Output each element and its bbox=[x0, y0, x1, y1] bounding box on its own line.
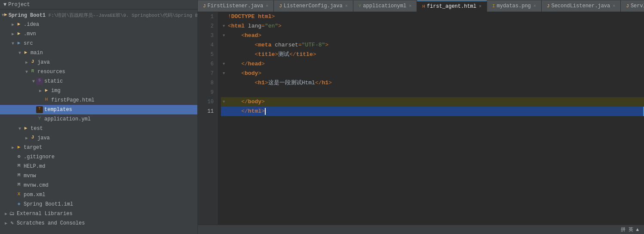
tree-item-static[interactable]: ▼Sstatic bbox=[0, 77, 197, 86]
line-number-8: 8 bbox=[198, 78, 214, 88]
folder-templates-icon: T bbox=[36, 106, 43, 113]
tree-label: test bbox=[31, 126, 43, 132]
tree-item-mvnw[interactable]: Mmvnw bbox=[0, 171, 197, 181]
tree-item-scratches[interactable]: ▶✎Scratches and Consoles bbox=[0, 219, 197, 228]
folder-icon: ▶ bbox=[15, 21, 22, 28]
tab-servletconfig[interactable]: JServletConfig.java× bbox=[621, 0, 644, 12]
tree-item-target[interactable]: ▶▶target bbox=[0, 143, 197, 152]
tree-label: main bbox=[31, 50, 43, 56]
tree-item-pomxml[interactable]: Xpom.xml bbox=[0, 190, 197, 200]
fold-arrow-2: ▼ bbox=[223, 22, 227, 31]
tree-item-external-libraries[interactable]: ▶🗂External Libraries bbox=[0, 209, 197, 219]
tree-item-mvn[interactable]: ▶▶.mvn bbox=[0, 29, 197, 39]
code-content-1: !DOCTYPE html> bbox=[228, 12, 275, 22]
folder-target-icon: ▶ bbox=[15, 144, 22, 151]
tree-item-firstPage[interactable]: HfirstPage.html bbox=[0, 95, 197, 105]
line-number-9: 9 bbox=[198, 88, 214, 97]
tab-close-icon[interactable]: × bbox=[266, 4, 268, 9]
status-text: 拼 英 ▲ bbox=[621, 226, 639, 233]
tab-close-icon[interactable]: × bbox=[479, 4, 481, 9]
tree-label: pom.xml bbox=[24, 192, 45, 198]
tree-item-idea[interactable]: ▶▶.idea bbox=[0, 20, 197, 29]
folder-img-icon: ▶ bbox=[43, 87, 50, 94]
code-content-2: <html lang="en"> bbox=[228, 22, 282, 31]
tree-item-springbootiml[interactable]: ◈Spring Boot1.iml bbox=[0, 200, 197, 209]
tree-item-img[interactable]: ▶▶img bbox=[0, 86, 197, 95]
tab-firstlistener[interactable]: JFirstListener.java× bbox=[198, 0, 274, 12]
tree-label: templates bbox=[44, 107, 72, 113]
code-line-1: !DOCTYPE html> bbox=[221, 12, 644, 22]
tree-label: firstPage.html bbox=[51, 97, 95, 103]
tab-close-icon[interactable]: × bbox=[534, 4, 536, 9]
tree-item-gitignore[interactable]: ⚙.gitignore bbox=[0, 152, 197, 162]
tab-applicationyml[interactable]: Yapplicationyml× bbox=[353, 0, 417, 12]
sidebar: ▼ Project ▼▶Spring Boot1 F:\培训\百战程序员--Ja… bbox=[0, 0, 198, 234]
tree-item-helpmd[interactable]: MHELP.md bbox=[0, 162, 197, 171]
iml-icon: ◈ bbox=[15, 201, 22, 208]
tree-item-main[interactable]: ▼▶main bbox=[0, 48, 197, 58]
xml-icon: X bbox=[15, 191, 22, 198]
code-line-4: <meta charset="UTF-8"> bbox=[221, 40, 644, 50]
java-tab-icon: J bbox=[279, 3, 282, 9]
tree-item-templates[interactable]: Ttemplates bbox=[0, 105, 197, 114]
tree-item-src[interactable]: ▼▶src bbox=[0, 39, 197, 48]
html-tab-icon: H bbox=[422, 4, 425, 9]
tab-bar: JFirstListener.java×JListenerConfig.java… bbox=[198, 0, 644, 12]
tab-label: ServletConfig.java bbox=[631, 3, 644, 9]
tree-arrow: ▼ bbox=[10, 41, 15, 46]
file-tree: ▼▶Spring Boot1 F:\培训\百战程序员--JavaEE班\9. S… bbox=[0, 9, 197, 234]
tab-firstagent[interactable]: Hfirst_agent.html× bbox=[417, 0, 487, 12]
img-tab-icon: I bbox=[492, 3, 495, 9]
tab-listenerconfig[interactable]: JListenerConfig.java× bbox=[274, 0, 353, 12]
code-content-3: <head> bbox=[228, 31, 261, 40]
java-tab-icon: J bbox=[203, 3, 206, 9]
folder-java-icon: J bbox=[29, 135, 36, 142]
project-icon: ▶ bbox=[4, 12, 7, 18]
tree-label: .gitignore bbox=[24, 154, 55, 160]
tree-label: mvnw.cmd bbox=[24, 182, 49, 188]
tab-secondlistener[interactable]: JSecondListener.java× bbox=[542, 0, 621, 12]
code-content-8: <h1>这是一段测试Html</h1> bbox=[228, 78, 332, 88]
fold-arrow-10: ▼ bbox=[223, 97, 227, 107]
tab-label: SecondListener.java bbox=[551, 3, 610, 9]
tree-arrow: ▶ bbox=[3, 211, 9, 216]
tree-item-resources[interactable]: ▼Rresources bbox=[0, 67, 197, 77]
tab-close-icon[interactable]: × bbox=[613, 4, 615, 9]
folder-icon: ▶ bbox=[15, 31, 22, 37]
tree-item-mvnwcmd[interactable]: Mmvnw.cmd bbox=[0, 181, 197, 190]
fold-arrow-6: ▼ bbox=[223, 59, 227, 69]
code-content-10: </body> bbox=[228, 97, 265, 107]
tree-arrow: ▶ bbox=[38, 88, 43, 93]
line-number-5: 5 bbox=[198, 50, 214, 59]
tree-label: application.yml bbox=[44, 116, 91, 122]
tree-item-test-java[interactable]: ▶Jjava bbox=[0, 133, 197, 143]
status-bar: 拼 英 ▲ bbox=[198, 225, 644, 234]
mvn-icon: M bbox=[15, 182, 22, 189]
folder-icon: ▶ bbox=[22, 125, 29, 132]
line-number-3: 3 bbox=[198, 31, 214, 40]
line-numbers: 1234567891011 bbox=[198, 12, 218, 225]
tree-item-java[interactable]: ▶Jjava bbox=[0, 58, 197, 67]
code-area[interactable]: !DOCTYPE html>▼<html lang="en">▼ <head> … bbox=[218, 12, 644, 225]
tab-close-icon[interactable]: × bbox=[345, 4, 348, 9]
tree-arrow: ▼ bbox=[24, 70, 29, 74]
folder-resources-icon: R bbox=[29, 68, 36, 75]
code-content-4: <meta charset="UTF-8"> bbox=[228, 40, 328, 50]
text-cursor bbox=[265, 108, 266, 115]
yaml-icon: Y bbox=[36, 116, 43, 123]
tree-item-test[interactable]: ▼▶test bbox=[0, 124, 197, 133]
code-line-6: ▼ </head> bbox=[221, 59, 644, 69]
tree-arrow: ▼ bbox=[17, 126, 22, 131]
tab-mydataspng[interactable]: Imydatas.png× bbox=[487, 0, 542, 12]
tree-arrow: ▶ bbox=[3, 221, 9, 226]
tree-item-project-root[interactable]: ▼▶Spring Boot1 F:\培训\百战程序员--JavaEE班\9. S… bbox=[0, 10, 197, 20]
code-line-11: </html> bbox=[221, 107, 644, 116]
folder-src-icon: ▶ bbox=[15, 40, 22, 47]
code-line-2: ▼<html lang="en"> bbox=[221, 22, 644, 31]
code-line-9 bbox=[221, 88, 644, 97]
tree-label: .idea bbox=[24, 22, 39, 28]
tab-close-icon[interactable]: × bbox=[409, 4, 411, 9]
tree-label: java bbox=[37, 135, 50, 141]
tree-item-applicationyml[interactable]: Yapplication.yml bbox=[0, 114, 197, 124]
tree-arrow: ▶ bbox=[10, 31, 15, 37]
